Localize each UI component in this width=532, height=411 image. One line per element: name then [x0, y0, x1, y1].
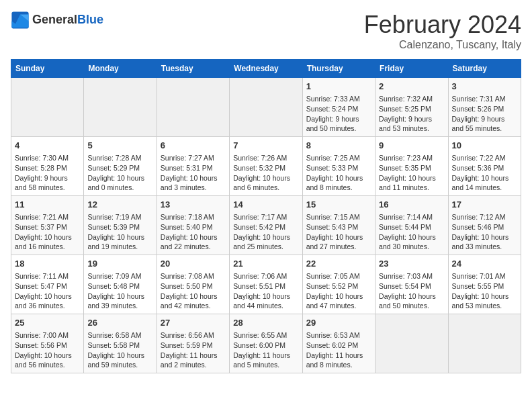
day-number: 13 — [161, 199, 226, 211]
weekday-header-wednesday: Wednesday — [230, 60, 302, 78]
day-info: Sunrise: 7:03 AM Sunset: 5:54 PM Dayligh… — [379, 271, 444, 311]
day-number: 21 — [233, 258, 298, 270]
day-number: 20 — [161, 258, 226, 270]
day-info: Sunrise: 7:27 AM Sunset: 5:31 PM Dayligh… — [161, 153, 226, 193]
day-number: 23 — [379, 258, 444, 270]
calendar-cell — [11, 78, 84, 137]
calendar-cell: 15Sunrise: 7:15 AM Sunset: 5:43 PM Dayli… — [302, 196, 375, 255]
calendar-cell: 25Sunrise: 7:00 AM Sunset: 5:56 PM Dayli… — [11, 314, 84, 373]
logo: GeneralBlue — [11, 11, 103, 30]
day-number: 3 — [452, 81, 517, 93]
location-title: Calenzano, Tuscany, Italy — [364, 39, 521, 51]
day-number: 28 — [233, 317, 298, 329]
day-info: Sunrise: 7:31 AM Sunset: 5:26 PM Dayligh… — [452, 94, 517, 134]
calendar-cell: 1Sunrise: 7:33 AM Sunset: 5:24 PM Daylig… — [302, 78, 375, 137]
calendar-week-row: 1Sunrise: 7:33 AM Sunset: 5:24 PM Daylig… — [11, 78, 521, 137]
day-number: 10 — [452, 140, 517, 152]
day-number: 2 — [379, 81, 444, 93]
day-number: 17 — [452, 199, 517, 211]
weekday-header-thursday: Thursday — [302, 60, 375, 78]
calendar-cell: 4Sunrise: 7:30 AM Sunset: 5:28 PM Daylig… — [11, 137, 84, 196]
calendar-cell — [375, 314, 448, 373]
logo-icon — [11, 11, 30, 30]
day-info: Sunrise: 7:11 AM Sunset: 5:47 PM Dayligh… — [15, 271, 80, 311]
day-number: 24 — [452, 258, 517, 270]
day-number: 16 — [379, 199, 444, 211]
calendar-week-row: 18Sunrise: 7:11 AM Sunset: 5:47 PM Dayli… — [11, 255, 521, 314]
calendar-cell: 12Sunrise: 7:19 AM Sunset: 5:39 PM Dayli… — [84, 196, 157, 255]
day-number: 25 — [15, 317, 80, 329]
calendar-cell: 21Sunrise: 7:06 AM Sunset: 5:51 PM Dayli… — [230, 255, 302, 314]
day-info: Sunrise: 7:08 AM Sunset: 5:50 PM Dayligh… — [161, 271, 226, 311]
day-number: 11 — [15, 199, 80, 211]
day-number: 18 — [15, 258, 80, 270]
day-info: Sunrise: 7:19 AM Sunset: 5:39 PM Dayligh… — [87, 212, 152, 252]
calendar-cell: 19Sunrise: 7:09 AM Sunset: 5:48 PM Dayli… — [84, 255, 157, 314]
calendar-cell: 20Sunrise: 7:08 AM Sunset: 5:50 PM Dayli… — [157, 255, 229, 314]
calendar-cell: 27Sunrise: 6:56 AM Sunset: 5:59 PM Dayli… — [157, 314, 229, 373]
calendar-week-row: 11Sunrise: 7:21 AM Sunset: 5:37 PM Dayli… — [11, 196, 521, 255]
header: GeneralBlue February 2024 Calenzano, Tus… — [11, 11, 521, 51]
calendar-cell: 3Sunrise: 7:31 AM Sunset: 5:26 PM Daylig… — [448, 78, 521, 137]
calendar-cell: 17Sunrise: 7:12 AM Sunset: 5:46 PM Dayli… — [448, 196, 521, 255]
day-number: 15 — [306, 199, 371, 211]
day-number: 6 — [161, 140, 226, 152]
day-info: Sunrise: 7:17 AM Sunset: 5:42 PM Dayligh… — [233, 212, 298, 252]
calendar-cell: 28Sunrise: 6:55 AM Sunset: 6:00 PM Dayli… — [230, 314, 302, 373]
day-info: Sunrise: 7:33 AM Sunset: 5:24 PM Dayligh… — [306, 94, 371, 134]
weekday-header-saturday: Saturday — [448, 60, 521, 78]
weekday-header-tuesday: Tuesday — [157, 60, 229, 78]
day-number: 26 — [87, 317, 152, 329]
day-number: 5 — [87, 140, 152, 152]
day-info: Sunrise: 7:26 AM Sunset: 5:32 PM Dayligh… — [233, 153, 298, 193]
calendar-cell: 23Sunrise: 7:03 AM Sunset: 5:54 PM Dayli… — [375, 255, 448, 314]
weekday-header-sunday: Sunday — [11, 60, 84, 78]
day-info: Sunrise: 7:32 AM Sunset: 5:25 PM Dayligh… — [379, 94, 444, 134]
calendar-cell: 16Sunrise: 7:14 AM Sunset: 5:44 PM Dayli… — [375, 196, 448, 255]
day-info: Sunrise: 7:25 AM Sunset: 5:33 PM Dayligh… — [306, 153, 371, 193]
day-info: Sunrise: 7:30 AM Sunset: 5:28 PM Dayligh… — [15, 153, 80, 193]
day-info: Sunrise: 7:12 AM Sunset: 5:46 PM Dayligh… — [452, 212, 517, 252]
day-number: 7 — [233, 140, 298, 152]
calendar-cell: 2Sunrise: 7:32 AM Sunset: 5:25 PM Daylig… — [375, 78, 448, 137]
day-info: Sunrise: 7:23 AM Sunset: 5:35 PM Dayligh… — [379, 153, 444, 193]
day-number: 14 — [233, 199, 298, 211]
day-number: 29 — [306, 317, 371, 329]
day-info: Sunrise: 7:21 AM Sunset: 5:37 PM Dayligh… — [15, 212, 80, 252]
day-info: Sunrise: 7:09 AM Sunset: 5:48 PM Dayligh… — [87, 271, 152, 311]
calendar-cell: 22Sunrise: 7:05 AM Sunset: 5:52 PM Dayli… — [302, 255, 375, 314]
day-number: 22 — [306, 258, 371, 270]
day-number: 12 — [87, 199, 152, 211]
calendar-cell — [157, 78, 229, 137]
day-info: Sunrise: 7:28 AM Sunset: 5:29 PM Dayligh… — [87, 153, 152, 193]
day-info: Sunrise: 6:53 AM Sunset: 6:02 PM Dayligh… — [306, 330, 371, 370]
calendar-cell: 7Sunrise: 7:26 AM Sunset: 5:32 PM Daylig… — [230, 137, 302, 196]
day-info: Sunrise: 7:06 AM Sunset: 5:51 PM Dayligh… — [233, 271, 298, 311]
day-info: Sunrise: 7:05 AM Sunset: 5:52 PM Dayligh… — [306, 271, 371, 311]
day-number: 4 — [15, 140, 80, 152]
calendar-cell: 29Sunrise: 6:53 AM Sunset: 6:02 PM Dayli… — [302, 314, 375, 373]
calendar-cell: 18Sunrise: 7:11 AM Sunset: 5:47 PM Dayli… — [11, 255, 84, 314]
calendar-cell: 11Sunrise: 7:21 AM Sunset: 5:37 PM Dayli… — [11, 196, 84, 255]
day-info: Sunrise: 7:00 AM Sunset: 5:56 PM Dayligh… — [15, 330, 80, 370]
day-number: 8 — [306, 140, 371, 152]
weekday-header-row: SundayMondayTuesdayWednesdayThursdayFrid… — [11, 60, 521, 78]
logo-text: GeneralBlue — [32, 13, 103, 27]
calendar-week-row: 4Sunrise: 7:30 AM Sunset: 5:28 PM Daylig… — [11, 137, 521, 196]
calendar-cell: 13Sunrise: 7:18 AM Sunset: 5:40 PM Dayli… — [157, 196, 229, 255]
calendar-cell: 8Sunrise: 7:25 AM Sunset: 5:33 PM Daylig… — [302, 137, 375, 196]
calendar-cell: 24Sunrise: 7:01 AM Sunset: 5:55 PM Dayli… — [448, 255, 521, 314]
calendar-cell: 14Sunrise: 7:17 AM Sunset: 5:42 PM Dayli… — [230, 196, 302, 255]
weekday-header-friday: Friday — [375, 60, 448, 78]
calendar-week-row: 25Sunrise: 7:00 AM Sunset: 5:56 PM Dayli… — [11, 314, 521, 373]
calendar-cell: 5Sunrise: 7:28 AM Sunset: 5:29 PM Daylig… — [84, 137, 157, 196]
day-info: Sunrise: 7:18 AM Sunset: 5:40 PM Dayligh… — [161, 212, 226, 252]
day-info: Sunrise: 7:15 AM Sunset: 5:43 PM Dayligh… — [306, 212, 371, 252]
calendar-cell: 10Sunrise: 7:22 AM Sunset: 5:36 PM Dayli… — [448, 137, 521, 196]
day-info: Sunrise: 7:01 AM Sunset: 5:55 PM Dayligh… — [452, 271, 517, 311]
day-number: 19 — [87, 258, 152, 270]
day-info: Sunrise: 6:56 AM Sunset: 5:59 PM Dayligh… — [161, 330, 226, 370]
calendar-cell — [230, 78, 302, 137]
day-info: Sunrise: 7:14 AM Sunset: 5:44 PM Dayligh… — [379, 212, 444, 252]
weekday-header-monday: Monday — [84, 60, 157, 78]
